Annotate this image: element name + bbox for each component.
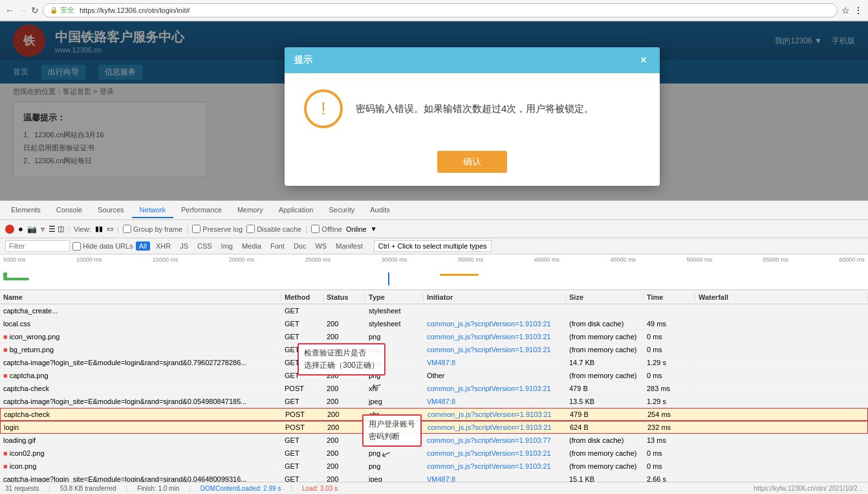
initiator-link[interactable]: common_js.js?scriptVersion=1.9103:21 bbox=[427, 333, 551, 341]
table-row-captcha-check-highlighted[interactable]: captcha-check POST 200 xhr common_js.js?… bbox=[0, 408, 868, 421]
network-table: Name Method Status Type Initiator Size T… bbox=[0, 290, 868, 482]
initiator-link[interactable]: common_js.js?scriptVersion=1.9103:21 bbox=[427, 320, 551, 328]
media-filter-tag[interactable]: Media bbox=[239, 241, 265, 251]
table-row[interactable]: ■ icon_wrong.png GET 200 png common_js.j… bbox=[0, 330, 868, 343]
xhr-filter-tag[interactable]: XHR bbox=[153, 241, 174, 251]
table-row[interactable]: captcha-image?login_site=E&module=login&… bbox=[0, 473, 868, 482]
table-row[interactable]: ■ icon02.png GET 200 png common_js.js?sc… bbox=[0, 447, 868, 460]
header-size: Size bbox=[566, 293, 644, 301]
modal-warning-icon: ! bbox=[304, 89, 343, 128]
screenshot-icon[interactable]: ◫ bbox=[58, 225, 64, 234]
settings-icon[interactable]: ⋮ bbox=[854, 5, 863, 16]
ws-filter-tag[interactable]: WS bbox=[312, 241, 330, 251]
view-icons: ☰ ◫ bbox=[49, 225, 64, 234]
modal-dialog: 提示 × ! 密码输入错误。如果输错次数超过4次，用户将被锁定。 确认 bbox=[285, 47, 660, 186]
modal-body: ! 密码输入错误。如果输错次数超过4次，用户将被锁定。 bbox=[285, 73, 660, 144]
tab-application[interactable]: Application bbox=[271, 203, 321, 218]
timeline-label-6: 35000 ms bbox=[458, 256, 484, 263]
timeline-label-8: 45000 ms bbox=[611, 256, 636, 263]
all-filter-tag[interactable]: All bbox=[136, 241, 150, 251]
bookmark-icon[interactable]: ☆ bbox=[841, 5, 850, 16]
url-bar[interactable]: 🔒 安全 https://kyfw.12306.cn/otn/login/ini… bbox=[43, 3, 838, 17]
timeline-label-3: 20000 ms bbox=[229, 256, 255, 263]
refresh-button[interactable]: ↻ bbox=[31, 5, 39, 16]
table-row[interactable]: ■ captcha.png GET 200 png Other (from me… bbox=[0, 369, 868, 382]
tab-console[interactable]: Console bbox=[49, 203, 90, 218]
requests-count: 31 requests bbox=[5, 485, 39, 492]
initiator-link[interactable]: common_js.js?scriptVersion=1.9103:21 bbox=[427, 385, 551, 392]
table-row[interactable]: captcha-image?login_site=E&module=login&… bbox=[0, 395, 868, 408]
small-rows-icon[interactable]: ▭ bbox=[107, 225, 113, 233]
network-controls: ● 📷 ▿ ☰ ◫ | View: ▮▮ ▭ | Group by frame … bbox=[0, 220, 868, 238]
img-filter-tag[interactable]: Img bbox=[218, 241, 236, 251]
offline-checkbox[interactable] bbox=[311, 225, 320, 233]
group-by-frame-checkbox[interactable] bbox=[123, 225, 131, 233]
forward-button[interactable]: → bbox=[18, 5, 27, 16]
initiator-link[interactable]: common_js.js?scriptVersion=1.9103:21 bbox=[427, 462, 551, 470]
record-button[interactable] bbox=[5, 225, 14, 234]
filter-icon[interactable]: ▿ bbox=[41, 225, 45, 234]
timeline-label-5: 30000 ms bbox=[382, 256, 407, 263]
devtools-tabs: Elements Console Sources Network Perform… bbox=[0, 201, 868, 220]
website-content: 铁 中国铁路客户服务中心 www.12306.cn 我的12306 ▼ 手机版 … bbox=[0, 21, 868, 199]
initiator-link[interactable]: common_js.js?scriptVersion=1.9103:21 bbox=[428, 423, 552, 431]
initiator-link[interactable]: common_js.js?scriptVersion=1.9103:21 bbox=[427, 449, 551, 457]
list-view-icon[interactable]: ☰ bbox=[49, 225, 56, 234]
modal-close-button[interactable]: × bbox=[637, 54, 650, 67]
css-filter-tag[interactable]: CSS bbox=[194, 241, 215, 251]
table-row[interactable]: ■ bg_return.png GET 200 png common_js.js… bbox=[0, 343, 868, 356]
tab-elements[interactable]: Elements bbox=[3, 203, 49, 218]
timeline-label-2: 15000 ms bbox=[153, 256, 179, 263]
online-dropdown[interactable]: Online bbox=[346, 225, 367, 233]
browser-action-icons: ☆ ⋮ bbox=[841, 5, 863, 16]
table-row[interactable]: ■ icon.png GET 200 png common_js.js?scri… bbox=[0, 460, 868, 473]
devtools-main: 5000 ms 10000 ms 15000 ms 20000 ms 25000… bbox=[0, 254, 868, 482]
modal-confirm-button[interactable]: 确认 bbox=[437, 151, 507, 173]
initiator-link[interactable]: common_js.js?scriptVersion=1.9103:21 bbox=[428, 410, 552, 418]
initiator-link[interactable]: VM487:8 bbox=[427, 398, 455, 405]
load-time: Load: 3.03 s bbox=[302, 485, 338, 492]
devtools-panel: Elements Console Sources Network Perform… bbox=[0, 199, 868, 494]
initiator-link[interactable]: VM487:8 bbox=[427, 359, 455, 366]
timeline-label-0: 5000 ms bbox=[3, 256, 26, 263]
tooltip-box: Ctrl + Click to select multiple types bbox=[374, 240, 492, 252]
disable-cache-checkbox[interactable] bbox=[246, 225, 255, 233]
tab-security[interactable]: Security bbox=[321, 203, 362, 218]
tab-audits[interactable]: Audits bbox=[362, 203, 398, 218]
large-rows-icon[interactable]: ▮▮ bbox=[95, 225, 103, 233]
disable-cache-label: Disable cache bbox=[246, 225, 301, 233]
header-waterfall: Waterfall bbox=[695, 293, 868, 301]
font-filter-tag[interactable]: Font bbox=[267, 241, 288, 251]
table-row[interactable]: captcha-image?login_site=E&module=login&… bbox=[0, 356, 868, 369]
table-row[interactable]: captcha-check POST 200 xhr common_js.js?… bbox=[0, 382, 868, 395]
camera-icon[interactable]: 📷 bbox=[27, 225, 37, 234]
back-button[interactable]: ← bbox=[5, 5, 14, 16]
header-type: Type bbox=[365, 293, 424, 301]
manifest-filter-tag[interactable]: Manifest bbox=[332, 241, 366, 251]
initiator-link[interactable]: common_js.js?scriptVersion=1.9103:77 bbox=[427, 436, 551, 444]
filter-input[interactable] bbox=[5, 240, 70, 252]
table-row[interactable]: loading.gif GET 200 gif common_js.js?scr… bbox=[0, 434, 868, 447]
stop-icon[interactable]: ● bbox=[18, 224, 23, 234]
online-chevron[interactable]: ▼ bbox=[371, 225, 377, 232]
group-by-frame-label: Group by frame bbox=[123, 225, 182, 233]
modal-overlay[interactable]: 提示 × ! 密码输入错误。如果输错次数超过4次，用户将被锁定。 确认 bbox=[0, 21, 868, 199]
timeline: 5000 ms 10000 ms 15000 ms 20000 ms 25000… bbox=[0, 254, 868, 290]
js-filter-tag[interactable]: JS bbox=[177, 241, 191, 251]
table-row[interactable]: local.css GET 200 stylesheet common_js.j… bbox=[0, 317, 868, 330]
table-header: Name Method Status Type Initiator Size T… bbox=[0, 290, 868, 304]
tab-sources[interactable]: Sources bbox=[90, 203, 131, 218]
initiator-link[interactable]: common_js.js?scriptVersion=1.9103:21 bbox=[427, 346, 551, 354]
tab-performance[interactable]: Performance bbox=[173, 203, 230, 218]
preserve-log-checkbox[interactable] bbox=[192, 225, 201, 233]
tab-memory[interactable]: Memory bbox=[230, 203, 271, 218]
security-icon: 🔒 bbox=[50, 6, 58, 14]
table-row[interactable]: captcha_create... GET stylesheet bbox=[0, 304, 868, 317]
table-row-login-highlighted[interactable]: login POST 200 xhr common_js.js?scriptVe… bbox=[0, 421, 868, 434]
initiator-link[interactable]: VM487:8 bbox=[427, 475, 455, 482]
preserve-log-label: Preserve log bbox=[192, 225, 243, 233]
tab-network[interactable]: Network bbox=[132, 203, 173, 218]
hide-data-urls-checkbox[interactable] bbox=[72, 242, 81, 251]
view-label: View: bbox=[74, 225, 91, 233]
doc-filter-tag[interactable]: Doc bbox=[290, 241, 310, 251]
